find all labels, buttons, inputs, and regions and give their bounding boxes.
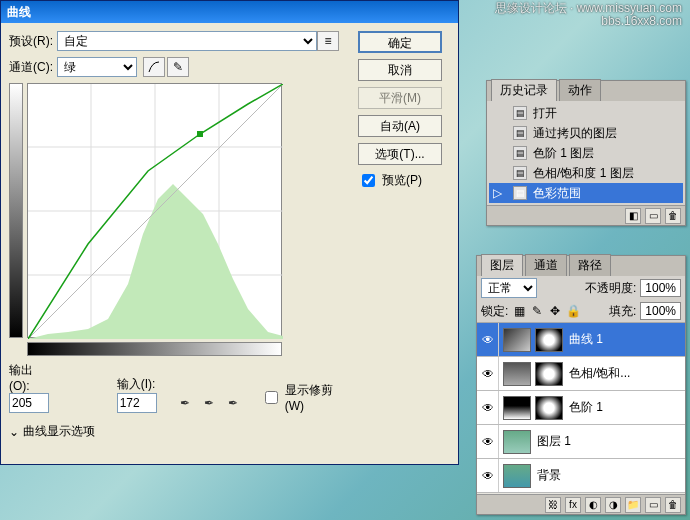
layer-name-label[interactable]: 色阶 1 xyxy=(567,399,685,416)
history-item[interactable]: ▤通过拷贝的图层 xyxy=(489,123,683,143)
visibility-toggle[interactable]: 👁 xyxy=(477,425,499,458)
output-input[interactable] xyxy=(9,393,49,413)
lock-transparent-icon[interactable]: ▦ xyxy=(512,304,526,318)
new-layer-icon[interactable]: ▭ xyxy=(645,497,661,513)
layer-mask-thumbnail[interactable] xyxy=(535,396,563,420)
options-button[interactable]: 选项(T)... xyxy=(358,143,442,165)
history-item-label: 色阶 1 图层 xyxy=(533,145,594,162)
show-clipping-checkbox[interactable]: 显示修剪(W) xyxy=(261,382,350,413)
input-label: 输入(I): xyxy=(117,376,157,393)
layer-row[interactable]: 👁图层 1 xyxy=(477,425,685,459)
preset-select[interactable]: 自定 xyxy=(57,31,317,51)
history-item-label: 打开 xyxy=(533,105,557,122)
group-icon[interactable]: 📁 xyxy=(625,497,641,513)
history-item[interactable]: ▷▤色彩范围 xyxy=(489,183,683,203)
ok-button[interactable]: 确定 xyxy=(358,31,442,53)
new-doc-icon[interactable]: ▭ xyxy=(645,208,661,224)
history-item-label: 通过拷贝的图层 xyxy=(533,125,617,142)
layer-name-label[interactable]: 图层 1 xyxy=(535,433,685,450)
layer-mask-thumbnail[interactable] xyxy=(535,328,563,352)
curve-tool-icon[interactable] xyxy=(143,57,165,77)
history-panel: 历史记录 动作 ▤打开▤通过拷贝的图层▤色阶 1 图层▤色相/饱和度 1 图层▷… xyxy=(486,80,686,226)
blend-mode-select[interactable]: 正常 xyxy=(481,278,537,298)
curve-display-options-toggle[interactable]: ⌄ 曲线显示选项 xyxy=(9,423,350,440)
curves-dialog: 曲线 预设(R): 自定 ≡ 通道(C): 绿 ✎ xyxy=(0,0,459,465)
eye-icon: 👁 xyxy=(482,367,494,381)
channel-label: 通道(C): xyxy=(9,59,53,76)
history-item[interactable]: ▤打开 xyxy=(489,103,683,123)
layers-panel: 图层 通道 路径 正常 不透明度: 100% 锁定: ▦ ✎ ✥ 🔒 填充: 1… xyxy=(476,255,686,515)
layer-name-label[interactable]: 色相/饱和... xyxy=(567,365,685,382)
watermark: 思缘设计论坛 · www.missyuan.com bbs.16xx8.com xyxy=(495,2,682,28)
layer-thumbnail[interactable] xyxy=(503,328,531,352)
visibility-toggle[interactable]: 👁 xyxy=(477,459,499,492)
opacity-value[interactable]: 100% xyxy=(640,279,681,297)
tab-history[interactable]: 历史记录 xyxy=(491,79,557,101)
delete-layer-icon[interactable]: 🗑 xyxy=(665,497,681,513)
layer-fx-icon[interactable]: fx xyxy=(565,497,581,513)
input-input[interactable] xyxy=(117,393,157,413)
cancel-button[interactable]: 取消 xyxy=(358,59,442,81)
layer-thumbnail[interactable] xyxy=(503,430,531,454)
tab-paths[interactable]: 路径 xyxy=(569,254,611,276)
eyedropper-black-icon[interactable]: ✒ xyxy=(175,393,195,413)
layer-name-label[interactable]: 曲线 1 xyxy=(567,331,685,348)
new-snapshot-icon[interactable]: ◧ xyxy=(625,208,641,224)
channel-select[interactable]: 绿 xyxy=(57,57,137,77)
output-label: 输出(O): xyxy=(9,362,53,393)
trash-icon[interactable]: 🗑 xyxy=(665,208,681,224)
history-step-icon: ▤ xyxy=(513,186,527,200)
curve-graph[interactable] xyxy=(27,83,282,338)
history-item[interactable]: ▤色相/饱和度 1 图层 xyxy=(489,163,683,183)
svg-marker-6 xyxy=(28,184,283,339)
history-step-icon: ▤ xyxy=(513,166,527,180)
history-step-icon: ▤ xyxy=(513,146,527,160)
dialog-titlebar[interactable]: 曲线 xyxy=(1,1,458,23)
history-step-icon: ▤ xyxy=(513,106,527,120)
preset-label: 预设(R): xyxy=(9,33,53,50)
preview-checkbox[interactable]: 预览(P) xyxy=(358,171,450,190)
eyedropper-gray-icon[interactable]: ✒ xyxy=(199,393,219,413)
fill-value[interactable]: 100% xyxy=(640,302,681,320)
tab-actions[interactable]: 动作 xyxy=(559,79,601,101)
layer-thumbnail[interactable] xyxy=(503,396,531,420)
layer-row[interactable]: 👁背景 xyxy=(477,459,685,493)
link-layers-icon[interactable]: ⛓ xyxy=(545,497,561,513)
svg-rect-8 xyxy=(197,131,203,137)
history-step-icon: ▤ xyxy=(513,126,527,140)
layer-thumbnail[interactable] xyxy=(503,464,531,488)
layer-row[interactable]: 👁色相/饱和... xyxy=(477,357,685,391)
smooth-button: 平滑(M) xyxy=(358,87,442,109)
eye-icon: 👁 xyxy=(482,401,494,415)
layer-thumbnail[interactable] xyxy=(503,362,531,386)
tab-channels[interactable]: 通道 xyxy=(525,254,567,276)
eye-icon: 👁 xyxy=(482,469,494,483)
layer-mask-thumbnail[interactable] xyxy=(535,362,563,386)
layer-row[interactable]: 👁曲线 1 xyxy=(477,323,685,357)
layer-row[interactable]: 👁色阶 1 xyxy=(477,391,685,425)
preset-menu-button[interactable]: ≡ xyxy=(317,31,339,51)
tab-layers[interactable]: 图层 xyxy=(481,254,523,276)
lock-all-icon[interactable]: 🔒 xyxy=(566,304,580,318)
auto-button[interactable]: 自动(A) xyxy=(358,115,442,137)
pencil-tool-icon[interactable]: ✎ xyxy=(167,57,189,77)
lock-brush-icon[interactable]: ✎ xyxy=(530,304,544,318)
eye-icon: 👁 xyxy=(482,435,494,449)
input-gradient xyxy=(27,342,282,356)
history-item[interactable]: ▤色阶 1 图层 xyxy=(489,143,683,163)
chevron-icon: ⌄ xyxy=(9,425,19,439)
eyedropper-white-icon[interactable]: ✒ xyxy=(223,393,243,413)
lock-move-icon[interactable]: ✥ xyxy=(548,304,562,318)
layer-mask-icon[interactable]: ◐ xyxy=(585,497,601,513)
eye-icon: 👁 xyxy=(482,333,494,347)
visibility-toggle[interactable]: 👁 xyxy=(477,323,499,356)
lock-label: 锁定: xyxy=(481,303,508,320)
output-gradient xyxy=(9,83,23,338)
history-item-label: 色彩范围 xyxy=(533,185,581,202)
adjustment-layer-icon[interactable]: ◑ xyxy=(605,497,621,513)
history-item-label: 色相/饱和度 1 图层 xyxy=(533,165,634,182)
visibility-toggle[interactable]: 👁 xyxy=(477,391,499,424)
fill-label: 填充: xyxy=(609,303,636,320)
visibility-toggle[interactable]: 👁 xyxy=(477,357,499,390)
layer-name-label[interactable]: 背景 xyxy=(535,467,685,484)
